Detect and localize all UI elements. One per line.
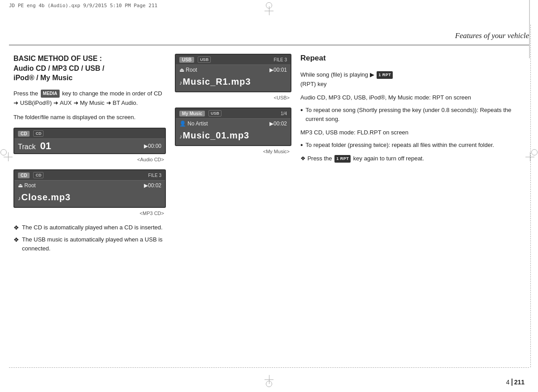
mp3-folder: ⏏ Root <box>18 182 36 189</box>
mp3-time: ▶00:02 <box>144 182 161 189</box>
usb-file-info: FILE 3 <box>274 57 287 62</box>
usb-folder: ⏏ Root <box>179 67 197 73</box>
section-divider <box>9 45 529 45</box>
mp3-caption: <MP3 CD> <box>13 211 166 216</box>
usb-caption: <USB> <box>175 95 291 100</box>
mymusic-mode-badge: My Music <box>179 111 205 116</box>
bottom-crosshair-circle <box>266 381 272 387</box>
mp3-badge: CD <box>33 172 43 178</box>
note-cd: ❖ The CD is automatically played when a … <box>13 223 166 233</box>
bullet-dot-1: • <box>300 106 303 124</box>
mymusic-fraction: 1/4 <box>281 111 287 116</box>
page-num-box: 211 <box>512 379 525 386</box>
top-crosshair-circle <box>266 2 272 9</box>
usb-folder-row: ⏏ Root ▶00:01 <box>176 65 291 75</box>
cd-badge: CD <box>33 130 43 137</box>
mymusic-caption: <My Music> <box>175 149 291 154</box>
mp3-screen: CD CD FILE 3 ⏏ Root ▶00:02 ♪Close.mp3 <box>13 169 166 208</box>
mymusic-artist: 👤 No Artist <box>179 121 208 127</box>
page-section-num: 4 <box>506 379 510 386</box>
repeat-para1: Audio CD, MP3 CD, USB, iPod®, My Music m… <box>300 93 525 102</box>
section-title: BASIC METHOD OF USE : Audio CD / MP3 CD … <box>13 54 166 83</box>
cd-screen: CD CD Track 01 ▶00:00 <box>13 128 166 154</box>
page-number: 4 211 <box>506 379 525 386</box>
bullet-dot-2: • <box>300 141 303 150</box>
rpt-badge-1: 1 RPT <box>377 71 393 79</box>
section-intro: Press the MEDIA key to change the mode i… <box>13 89 166 108</box>
usb-screen: USB USB FILE 3 ⏏ Root ▶00:01 ♪Music_R1.m… <box>175 54 291 92</box>
section-folder-note: The folder/file name is displayed on the… <box>13 113 166 122</box>
left-crosshair-circle <box>0 149 7 155</box>
music-note-usb-icon: ♪ <box>179 79 183 86</box>
note-marker-1: ❖ <box>13 223 19 233</box>
mp3-mode-badge: CD <box>18 172 30 178</box>
middle-column: USB USB FILE 3 ⏏ Root ▶00:01 ♪Music_R1.m… <box>175 54 291 365</box>
usb-badge: USB <box>198 56 211 63</box>
cd-screen-header: CD CD <box>14 129 165 139</box>
mymusic-screen: My Music USB 1/4 👤 No Artist ▶00:02 ♪Mus… <box>175 108 291 146</box>
mymusic-screen-header: My Music USB 1/4 <box>176 108 291 119</box>
track-number: 01 <box>40 140 51 152</box>
cd-caption: <Audio CD> <box>13 157 166 162</box>
right-dashed-border <box>530 25 531 367</box>
footer-rule <box>9 367 529 368</box>
cd-track-row: Track 01 ▶00:00 <box>14 139 165 153</box>
mymusic-filename: ♪Music_01.mp3 <box>176 129 291 145</box>
print-info: JD PE eng 4b (Audio).qxp 9/9/2015 5:10 P… <box>9 3 157 9</box>
mymusic-badge: USB <box>208 110 221 116</box>
mymusic-time: ▶00:02 <box>269 121 287 127</box>
note-marker-2: ❖ <box>13 235 19 253</box>
mp3-filename: ♪Close.mp3 <box>14 190 165 207</box>
track-display: Track 01 <box>18 140 51 152</box>
right-crosshair-mid-circle <box>531 149 538 155</box>
usb-mode-badge: USB <box>179 57 194 63</box>
right-column: Repeat While song (file) is playing ▶ 1 … <box>300 54 525 365</box>
repeat-intro: While song (file) is playing ▶ 1 RPT (RP… <box>300 70 525 89</box>
main-content: BASIC METHOD OF USE : Audio CD / MP3 CD … <box>13 54 525 365</box>
page-section-heading: Features of your vehicle <box>455 31 529 40</box>
usb-filename: ♪Music_R1.mp3 <box>176 75 291 91</box>
repeat-note: ❖ Press the 1 RPT key again to turn off … <box>300 154 525 163</box>
repeat-title: Repeat <box>300 54 525 63</box>
music-note-mymusic-icon: ♪ <box>179 133 183 140</box>
repeat-bullet-2: • To repeat folder (pressing twice): rep… <box>300 141 525 150</box>
media-key-badge: MEDIA <box>41 90 60 98</box>
cd-time: ▶00:00 <box>144 143 161 149</box>
mp3-file-info: FILE 3 <box>148 173 161 178</box>
note-usb: ❖ The USB music is automatically played … <box>13 235 166 253</box>
usb-screen-header: USB USB FILE 3 <box>176 55 291 65</box>
mp3-folder-row: ⏏ Root ▶00:02 <box>14 181 165 190</box>
left-column: BASIC METHOD OF USE : Audio CD / MP3 CD … <box>13 54 166 365</box>
mp3-screen-header: CD CD FILE 3 <box>14 170 165 181</box>
cd-mode-badge: CD <box>18 131 30 137</box>
repeat-para2: MP3 CD, USB mode: FLD.RPT on screen <box>300 128 525 137</box>
footer: 4 211 <box>0 367 538 392</box>
track-label: Track <box>18 143 35 151</box>
mymusic-artist-row: 👤 No Artist ▶00:02 <box>176 119 291 129</box>
right-border-top <box>529 0 530 58</box>
usb-time: ▶00:01 <box>269 67 287 73</box>
music-note-icon: ♪ <box>18 195 22 202</box>
rpt-badge-2: 1 RPT <box>334 155 351 163</box>
repeat-bullet-1: • To repeat one song (Shortly pressing t… <box>300 106 525 124</box>
